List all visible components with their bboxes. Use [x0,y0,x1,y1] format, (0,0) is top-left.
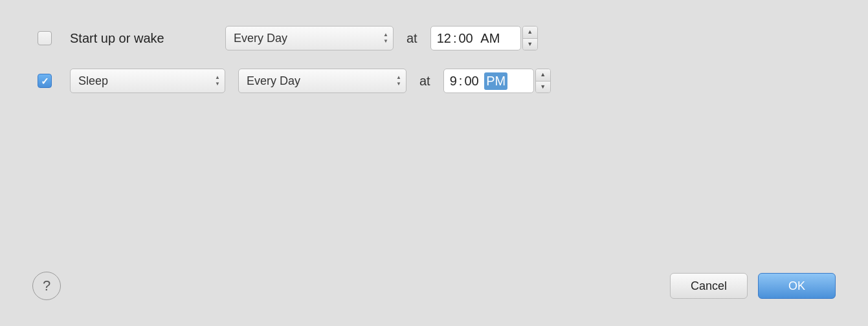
sleep-action-select[interactable]: Sleep Restart Shut Down Wake [70,69,225,93]
startup-day-select-wrapper[interactable]: Every Day Weekdays Weekends Monday Tuesd… [225,26,394,50]
sleep-time-wrapper: 9 : 00 PM ▲ ▼ [443,69,551,93]
startup-row: Start up or wake Every Day Weekdays Week… [32,26,836,50]
sleep-time-stepper-down[interactable]: ▼ [536,82,550,93]
cancel-button[interactable]: Cancel [670,273,748,299]
schedule-rows-container: Start up or wake Every Day Weekdays Week… [32,26,836,93]
sleep-time-stepper[interactable]: ▲ ▼ [535,69,551,93]
startup-checkbox[interactable] [38,31,52,45]
sleep-time-minutes[interactable]: 00 [462,72,480,90]
sleep-time-stepper-up[interactable]: ▲ [536,69,550,82]
sleep-day-select-wrapper[interactable]: Every Day Weekdays Weekends Monday Tuesd… [238,69,406,93]
ok-button[interactable]: OK [758,273,836,299]
startup-time-stepper[interactable]: ▲ ▼ [522,26,538,50]
sleep-day-select[interactable]: Every Day Weekdays Weekends Monday Tuesd… [238,69,406,93]
startup-time-colon: : [453,31,457,46]
startup-checkbox-wrap[interactable] [32,26,57,50]
sleep-time-period[interactable]: PM [484,72,507,90]
startup-time-period[interactable]: AM [478,30,502,47]
sleep-action-select-wrapper[interactable]: Sleep Restart Shut Down Wake [70,69,225,93]
startup-time-stepper-down[interactable]: ▼ [523,39,537,50]
startup-time-hours[interactable]: 12 [435,30,453,47]
sleep-checkbox[interactable] [38,74,52,88]
action-buttons: Cancel OK [670,273,836,299]
startup-time-minutes[interactable]: 00 [457,30,475,47]
startup-time-input[interactable]: 12 : 00 AM [430,26,521,50]
startup-day-select[interactable]: Every Day Weekdays Weekends Monday Tuesd… [225,26,394,50]
startup-time-stepper-up[interactable]: ▲ [523,27,537,39]
startup-at-label: at [406,31,417,46]
sleep-at-label: at [419,74,430,89]
sleep-time-hours[interactable]: 9 [448,72,459,90]
startup-label: Start up or wake [70,31,212,46]
sleep-row: Sleep Restart Shut Down Wake Every Day W… [32,69,836,93]
sleep-checkbox-wrap[interactable] [32,69,57,93]
startup-time-wrapper: 12 : 00 AM ▲ ▼ [430,26,538,50]
help-button[interactable]: ? [32,272,61,300]
sleep-time-input[interactable]: 9 : 00 PM [443,69,534,93]
bottom-bar: ? Cancel OK [32,272,836,300]
